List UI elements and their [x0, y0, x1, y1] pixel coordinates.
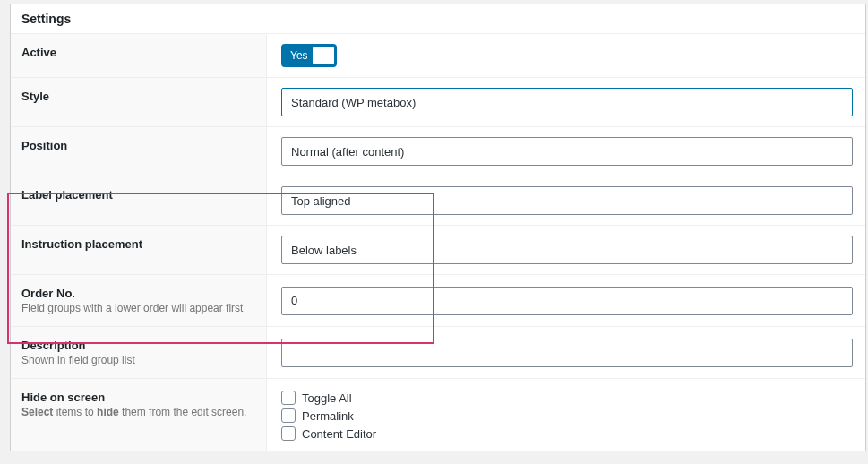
toggle-label: Yes: [283, 49, 308, 62]
row-label: Description Shown in field group list: [11, 327, 267, 378]
hide-on-screen-list: Toggle All Permalink Content Editor: [281, 391, 853, 441]
row-field: Standard (WP metabox): [267, 78, 865, 126]
row-field: [267, 327, 865, 378]
row-label: Position: [11, 127, 267, 176]
row-field: Below labels: [267, 226, 865, 274]
label-description: Description: [21, 339, 255, 352]
row-label: Instruction placement: [11, 226, 267, 274]
row-label: Style: [11, 78, 267, 126]
row-label: Hide on screen Select items to hide them…: [11, 379, 267, 451]
row-label: Label placement: [11, 176, 267, 225]
select-value: Top aligned: [291, 194, 351, 208]
desc-hide-on-screen: Select items to hide them from the edit …: [21, 406, 255, 418]
select-value: Normal (after content): [291, 145, 404, 159]
checkbox-item-toggle-all[interactable]: Toggle All: [281, 391, 853, 405]
instruction-placement-select[interactable]: Below labels: [281, 236, 853, 264]
row-field: Yes: [267, 34, 865, 77]
row-hide-on-screen: Hide on screen Select items to hide them…: [11, 379, 865, 451]
row-style: Style Standard (WP metabox): [11, 78, 865, 127]
checkbox-item-permalink[interactable]: Permalink: [281, 408, 853, 423]
panel-title: Settings: [11, 4, 865, 34]
style-select[interactable]: Standard (WP metabox): [281, 88, 853, 116]
label-style: Style: [21, 90, 255, 103]
label-label-placement: Label placement: [21, 188, 255, 202]
row-field: Toggle All Permalink Content Editor: [267, 379, 865, 451]
checkbox-item-content-editor[interactable]: Content Editor: [281, 426, 853, 441]
order-no-input[interactable]: [281, 287, 853, 315]
checkbox-label: Permalink: [302, 409, 354, 423]
row-label: Active: [11, 34, 267, 77]
settings-panel: Settings Active Yes Style Standard (WP m…: [10, 4, 866, 451]
label-order-no: Order No.: [21, 287, 255, 300]
checkbox-label: Content Editor: [302, 427, 376, 441]
label-position: Position: [21, 139, 255, 152]
checkbox-box[interactable]: [281, 426, 296, 441]
position-select[interactable]: Normal (after content): [281, 137, 853, 166]
row-field: [267, 275, 865, 326]
row-label-placement: Label placement Top aligned: [11, 176, 865, 226]
row-label: Order No. Field groups with a lower orde…: [11, 275, 267, 326]
row-active: Active Yes: [11, 34, 865, 78]
checkbox-box[interactable]: [281, 408, 296, 423]
label-instruction-placement: Instruction placement: [21, 237, 255, 251]
row-field: Top aligned: [267, 176, 865, 225]
label-placement-select[interactable]: Top aligned: [281, 186, 853, 215]
active-toggle[interactable]: Yes: [281, 44, 337, 67]
row-order-no: Order No. Field groups with a lower orde…: [11, 275, 865, 327]
checkbox-box[interactable]: [281, 391, 296, 405]
row-instruction-placement: Instruction placement Below labels: [11, 226, 865, 275]
description-input[interactable]: [281, 339, 853, 367]
label-active: Active: [21, 46, 255, 59]
checkbox-label: Toggle All: [302, 391, 352, 405]
row-field: Normal (after content): [267, 127, 865, 176]
desc-description: Shown in field group list: [21, 354, 255, 366]
desc-order-no: Field groups with a lower order will app…: [21, 302, 255, 314]
label-hide-on-screen: Hide on screen: [21, 391, 255, 404]
row-description: Description Shown in field group list: [11, 327, 865, 379]
select-value: Below labels: [291, 244, 357, 257]
select-value: Standard (WP metabox): [291, 96, 416, 109]
toggle-knob: [313, 47, 334, 64]
row-position: Position Normal (after content): [11, 127, 865, 176]
